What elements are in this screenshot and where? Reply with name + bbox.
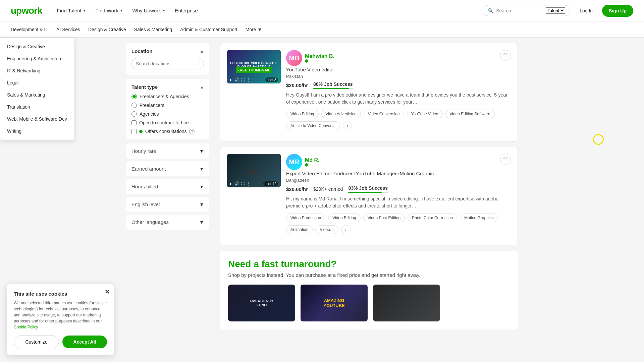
tag-video-editing-software[interactable]: Video Editing Software <box>445 110 495 118</box>
card-thumbnail-mehwish[interactable]: HD YOUTUBE VIDEO USING THE BLOG OR AN AR… <box>227 50 281 83</box>
card-thumbnail-md[interactable]: ▶ ⏵ 🔊 ⛶ ⋮ 1 of 12 <box>227 154 281 187</box>
english-level-label: English level <box>131 201 160 207</box>
talent-select[interactable]: Talent <box>546 7 565 14</box>
dropdown-translation[interactable]: Translation <box>0 101 74 113</box>
card-info-md: MR Md R. Expert Video Editor+Producer+Yo… <box>286 154 511 234</box>
location-search-input[interactable] <box>131 58 204 69</box>
search-input[interactable] <box>496 8 543 13</box>
nav-enterprise[interactable]: Enterprise <box>171 5 202 16</box>
cookie-banner: ✕ This site uses cookies We and selected… <box>7 284 114 340</box>
freelancer-desc-mehwish: Hey Guys!! I am a pro video editor and d… <box>286 92 511 106</box>
fullscreen-icon-md[interactable]: ⛶ <box>241 181 245 186</box>
dropdown-engineering[interactable]: Engineering & Architecture <box>0 53 74 65</box>
talent-type-chevron-icon: ▲ <box>200 85 204 89</box>
help-icon[interactable]: ? <box>189 129 195 134</box>
tag-video-advertising[interactable]: Video Advertising <box>321 110 361 118</box>
ft-card-2[interactable]: AMAZINGYOUTUBE <box>301 285 368 321</box>
options-icon[interactable]: ⋮ <box>246 77 250 82</box>
job-success-mehwish: 88% Job Success <box>313 81 353 87</box>
tag-video-conversion[interactable]: Video Conversion <box>364 110 404 118</box>
cat-ai-services[interactable]: AI Services <box>56 25 80 34</box>
location-filter-title[interactable]: Location ▲ <box>131 48 204 54</box>
talent-type-filter: Talent type ▲ Freelancers & Agencies Fre… <box>126 79 209 139</box>
cookie-close-button[interactable]: ✕ <box>105 288 110 296</box>
top-navigation: upwork Find Talent ▼ Find Work ▼ Why Upw… <box>0 0 644 21</box>
nav-why-upwork[interactable]: Why Upwork ▼ <box>128 5 170 16</box>
nav-find-work[interactable]: Find Work ▼ <box>92 5 127 16</box>
cookie-accept-button[interactable]: Accept All <box>62 336 107 340</box>
cookie-title: This site uses cookies <box>14 291 107 297</box>
tag-youtube-video[interactable]: YouTube Video <box>407 110 443 118</box>
favorite-button-md[interactable]: ♡ <box>500 154 511 165</box>
volume-icon[interactable]: 🔊 <box>234 77 239 82</box>
favorite-button-mehwish[interactable]: ♡ <box>500 50 511 61</box>
cookie-customize-button[interactable]: Customize <box>14 336 59 340</box>
hours-billed-filter[interactable]: Hours billed ▼ <box>126 179 209 194</box>
play-icon-md[interactable]: ⏵ <box>229 181 233 186</box>
cat-design-creative[interactable]: Design & Creative <box>88 25 126 34</box>
tags-more-button-md[interactable]: › <box>341 225 351 234</box>
signup-button[interactable]: Sign Up <box>602 5 633 17</box>
volume-icon-md[interactable]: 🔊 <box>234 181 239 186</box>
ft-card-1[interactable]: EMERGENCYFUND <box>228 285 295 321</box>
online-status-md <box>305 163 308 167</box>
talent-type-checkboxes: Open to contract-to-hire Offers consulta… <box>131 120 204 134</box>
checkbox-contract-to-hire[interactable]: Open to contract-to-hire <box>131 120 204 125</box>
freelancer-earned-md: $20K+ earned <box>313 186 343 192</box>
radio-freelancers-agencies[interactable]: Freelancers & Agencies <box>131 94 204 99</box>
card-meta-mehwish: $20.00/hr 88% Job Success <box>286 81 511 89</box>
dropdown-design-creative[interactable]: Design & Creative <box>0 41 74 53</box>
options-icon-md[interactable]: ⋮ <box>246 181 250 186</box>
tag-motion-graphics[interactable]: Motion Graphics <box>460 214 498 222</box>
tag-video-post-editing[interactable]: Video Post-Editing <box>363 214 405 222</box>
talent-type-content: Freelancers & Agencies Freelancers Agenc… <box>131 94 204 134</box>
other-languages-filter[interactable]: Other languages ▼ <box>126 215 209 230</box>
card-meta-md: $20.00/hr $20K+ earned 83% Job Success <box>286 185 511 193</box>
upwork-logo[interactable]: upwork <box>11 5 42 16</box>
cat-sales-marketing[interactable]: Sales & Marketing <box>134 25 172 34</box>
tag-animation[interactable]: Animation <box>286 225 313 234</box>
freelancer-name-mehwish[interactable]: Mehwish B. <box>305 53 334 59</box>
tag-video-more[interactable]: Video… <box>315 225 338 234</box>
cookie-policy-link[interactable]: Cookie Policy <box>14 325 38 329</box>
dropdown-legal[interactable]: Legal <box>0 77 74 89</box>
success-fill-md <box>348 192 382 193</box>
play-icon[interactable]: ⏵ <box>229 77 233 82</box>
nav-right: 🔍 Talent Log In Sign Up <box>483 5 633 17</box>
talent-type-title[interactable]: Talent type ▲ <box>131 84 204 90</box>
tag-video-editing-md[interactable]: Video Editing <box>328 214 361 222</box>
english-level-chevron-icon: ▼ <box>199 202 204 207</box>
tag-video-production-md[interactable]: Video Production <box>286 214 325 222</box>
english-level-filter[interactable]: English level ▼ <box>126 197 209 212</box>
card-header-md: ▶ ⏵ 🔊 ⛶ ⋮ 1 of 12 MR <box>227 154 511 234</box>
tag-article-to-video[interactable]: Article to Video Conver… <box>286 121 340 130</box>
card-info-mehwish: MB Mehwish B. YouTube Video editor Pakis… <box>286 50 511 130</box>
radio-agencies[interactable]: Agencies <box>131 111 204 117</box>
main-layout: Location ▲ Talent type ▲ Freelancers & A… <box>121 38 523 340</box>
cat-more[interactable]: More ▼ <box>246 25 262 34</box>
dropdown-web-mobile[interactable]: Web, Mobile & Software Dev <box>0 113 74 125</box>
login-button[interactable]: Log In <box>574 5 598 16</box>
cat-development-it[interactable]: Development & IT <box>11 25 48 34</box>
talent-type-radio-group: Freelancers & Agencies Freelancers Agenc… <box>131 94 204 117</box>
success-bar-md <box>348 192 388 193</box>
tag-photo-color[interactable]: Photo Color Correction <box>408 214 457 222</box>
talent-type-label: Talent type <box>131 84 158 90</box>
ft-card-label-1: EMERGENCYFUND <box>247 296 276 310</box>
freelancer-name-md[interactable]: Md R. <box>305 157 320 163</box>
cat-admin-support[interactable]: Admin & Customer Support <box>180 25 237 34</box>
nav-find-talent[interactable]: Find Talent ▼ <box>53 5 90 16</box>
freelancer-title-md: Expert Video Editor+Producer+YouTube Man… <box>286 171 439 176</box>
dropdown-it-networking[interactable]: IT & Networking <box>0 65 74 77</box>
dropdown-writing[interactable]: Writing <box>0 125 74 137</box>
hourly-rate-filter[interactable]: Hourly rate ▼ <box>126 143 209 159</box>
earned-amount-filter[interactable]: Earned amount ▼ <box>126 161 209 176</box>
dropdown-sales-marketing[interactable]: Sales & Marketing <box>0 89 74 101</box>
checkbox-offers-consultations[interactable]: Offers consultations ? <box>131 129 204 134</box>
tags-more-button[interactable]: › <box>343 121 352 130</box>
ft-card-3[interactable] <box>373 285 440 321</box>
fullscreen-icon[interactable]: ⛶ <box>241 77 245 82</box>
radio-freelancers[interactable]: Freelancers <box>131 103 204 108</box>
tag-video-editing[interactable]: Video Editing <box>286 110 319 118</box>
cursor-highlight <box>593 134 604 145</box>
